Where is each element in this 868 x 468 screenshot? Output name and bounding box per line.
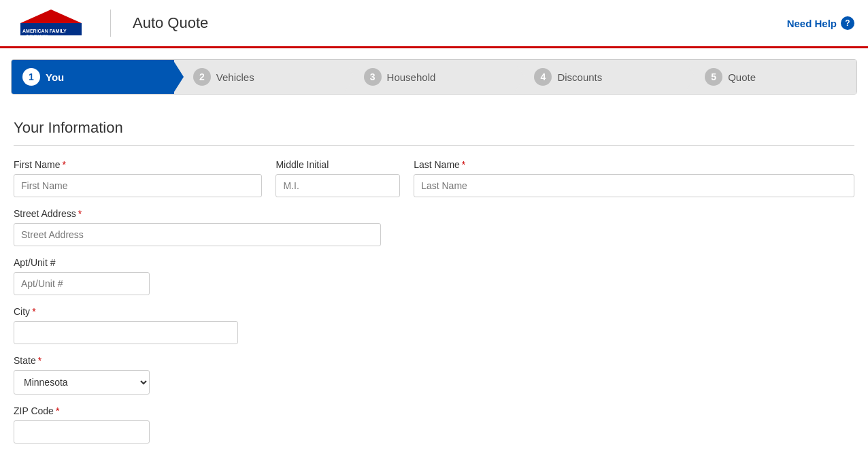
step-2-label: Vehicles — [216, 71, 254, 83]
step-4-number: 4 — [534, 68, 552, 86]
svg-text:INSURANCE: INSURANCE — [26, 34, 48, 38]
apt-unit-group: Apt/Unit # — [14, 257, 150, 295]
step-1-number: 1 — [22, 68, 40, 86]
step-quote[interactable]: 5 Quote — [686, 60, 856, 94]
zip-required: * — [56, 405, 59, 416]
apt-unit-input[interactable] — [14, 272, 150, 295]
step-household[interactable]: 3 Household — [345, 60, 516, 94]
header-right: Need Help ? — [787, 16, 854, 30]
step-5-number: 5 — [705, 68, 722, 86]
step-vehicles[interactable]: 2 Vehicles — [174, 60, 345, 94]
first-name-label: First Name* — [14, 159, 262, 170]
step-4-label: Discounts — [557, 71, 602, 83]
svg-marker-0 — [20, 10, 82, 23]
logo-area: AMERICAN FAMILY INSURANCE Auto Quote — [14, 8, 208, 38]
middle-initial-group: Middle Initial — [276, 159, 400, 197]
need-help-link[interactable]: Need Help — [787, 18, 837, 29]
street-address-row: Street Address* — [14, 208, 854, 246]
company-logo: AMERICAN FAMILY INSURANCE — [14, 8, 88, 38]
step-discounts[interactable]: 4 Discounts — [515, 60, 686, 94]
state-group: State* Minnesota Wisconsin Iowa Illinois… — [14, 355, 150, 395]
city-label: City* — [14, 306, 238, 317]
step-3-label: Household — [387, 71, 436, 83]
state-select[interactable]: Minnesota Wisconsin Iowa Illinois Missou… — [14, 370, 150, 395]
first-name-input[interactable] — [14, 174, 262, 197]
last-name-required: * — [462, 159, 465, 170]
header-divider — [110, 10, 111, 37]
state-row: State* Minnesota Wisconsin Iowa Illinois… — [14, 355, 854, 395]
city-input[interactable]: Saint Paul — [14, 321, 238, 344]
step-5-label: Quote — [728, 71, 756, 83]
section-divider — [14, 145, 854, 146]
middle-initial-label: Middle Initial — [276, 159, 400, 170]
svg-text:AMERICAN FAMILY: AMERICAN FAMILY — [22, 29, 67, 33]
state-label: State* — [14, 355, 150, 366]
middle-initial-input[interactable] — [276, 174, 400, 197]
street-required: * — [78, 208, 82, 219]
step-3-number: 3 — [364, 68, 382, 86]
zip-group: ZIP Code* 55124 — [14, 405, 150, 444]
street-address-input[interactable] — [14, 223, 381, 246]
zip-input[interactable]: 55124 — [14, 420, 150, 444]
zip-row: ZIP Code* 55124 — [14, 405, 854, 444]
last-name-label: Last Name* — [414, 159, 854, 170]
first-name-group: First Name* — [14, 159, 262, 197]
city-required: * — [32, 306, 35, 317]
apt-unit-label: Apt/Unit # — [14, 257, 150, 268]
street-address-group: Street Address* — [14, 208, 854, 246]
step-2-number: 2 — [193, 68, 211, 86]
apt-unit-row: Apt/Unit # — [14, 257, 854, 295]
help-icon: ? — [841, 16, 854, 30]
first-name-required: * — [62, 159, 65, 170]
section-title: Your Information — [14, 119, 854, 137]
state-required: * — [38, 355, 41, 366]
zip-label: ZIP Code* — [14, 405, 150, 416]
app-title: Auto Quote — [133, 14, 208, 32]
step-you[interactable]: 1 You — [12, 60, 174, 94]
last-name-group: Last Name* — [414, 159, 854, 197]
name-row: First Name* Middle Initial Last Name* — [14, 159, 854, 197]
city-group: City* Saint Paul — [14, 306, 238, 344]
city-row: City* Saint Paul — [14, 306, 854, 344]
step-1-label: You — [46, 71, 64, 83]
last-name-input[interactable] — [414, 174, 854, 197]
progress-steps: 1 You 2 Vehicles 3 Household 4 Discounts… — [11, 59, 857, 95]
street-address-label: Street Address* — [14, 208, 854, 219]
header: AMERICAN FAMILY INSURANCE Auto Quote Nee… — [0, 0, 868, 48]
main-content: Your Information First Name* Middle Init… — [0, 105, 868, 468]
